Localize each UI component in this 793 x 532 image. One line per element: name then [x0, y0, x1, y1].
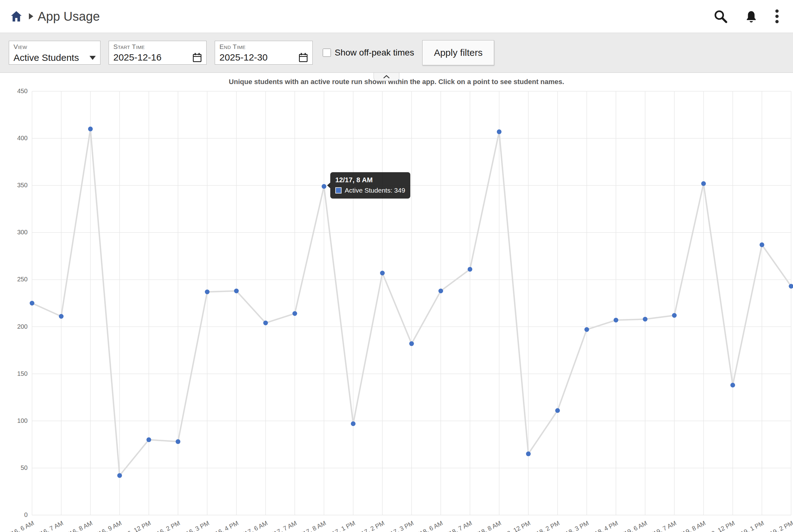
data-point[interactable]: [643, 317, 648, 322]
start-time-value: 2025-12-16: [113, 53, 161, 62]
search-icon[interactable]: [713, 9, 728, 23]
data-point[interactable]: [117, 473, 122, 478]
view-select-value: Active Students: [14, 53, 79, 62]
y-axis-tick-label: 400: [0, 135, 27, 142]
data-point[interactable]: [30, 301, 35, 305]
data-point[interactable]: [88, 127, 93, 131]
data-point[interactable]: [760, 243, 764, 247]
data-point[interactable]: [701, 181, 706, 186]
data-point[interactable]: [176, 439, 181, 444]
top-header: App Usage: [0, 0, 793, 33]
start-time-input[interactable]: Start Time 2025-12-16: [109, 41, 207, 64]
view-select[interactable]: View Active Students: [9, 41, 100, 64]
home-icon[interactable]: [10, 10, 23, 23]
chart-tooltip: 12/17, 8 AM Active Students: 349: [330, 172, 410, 198]
data-point[interactable]: [526, 451, 531, 456]
data-point[interactable]: [147, 437, 151, 442]
y-axis-tick-label: 450: [0, 88, 27, 95]
data-point[interactable]: [380, 271, 385, 276]
data-point[interactable]: [263, 321, 268, 325]
data-point[interactable]: [497, 130, 502, 134]
app-usage-chart: Unique students with an active route run…: [0, 73, 793, 532]
collapse-filters-tab[interactable]: [373, 73, 399, 81]
filter-panel: View Active Students Start Time 2025-12-…: [0, 33, 793, 73]
offpeak-checkbox-label[interactable]: Show off-peak times: [335, 48, 414, 58]
chevron-down-icon: [90, 56, 96, 60]
tooltip-value: Active Students: 349: [345, 187, 405, 194]
data-point[interactable]: [672, 313, 677, 318]
data-point[interactable]: [439, 289, 443, 293]
data-point[interactable]: [731, 383, 735, 387]
y-axis-tick-label: 50: [0, 464, 27, 472]
start-time-label: Start Time: [113, 43, 202, 50]
data-point[interactable]: [59, 314, 64, 319]
breadcrumb-arrow-icon: [28, 13, 33, 19]
calendar-icon[interactable]: [298, 52, 308, 62]
offpeak-checkbox[interactable]: [323, 49, 331, 57]
apply-filters-button[interactable]: Apply filters: [422, 40, 494, 65]
data-point[interactable]: [409, 341, 414, 346]
line-chart-canvas: [0, 73, 793, 532]
data-point[interactable]: [293, 311, 297, 316]
calendar-icon[interactable]: [192, 52, 202, 62]
data-point[interactable]: [351, 421, 356, 426]
notifications-bell-icon[interactable]: [744, 9, 758, 23]
view-select-label: View: [14, 43, 96, 50]
tooltip-series-swatch: [335, 187, 342, 193]
end-time-input[interactable]: End Time 2025-12-30: [215, 41, 313, 64]
kebab-menu-icon[interactable]: [775, 9, 779, 23]
y-axis-tick-label: 0: [0, 511, 27, 518]
data-point[interactable]: [585, 327, 589, 332]
data-point[interactable]: [468, 267, 473, 272]
y-axis-tick-label: 300: [0, 229, 27, 236]
tooltip-title: 12/17, 8 AM: [335, 176, 405, 184]
chevron-up-icon: [383, 75, 390, 79]
y-axis-tick-label: 350: [0, 182, 27, 189]
y-axis-tick-label: 100: [0, 417, 27, 424]
data-point[interactable]: [234, 289, 239, 293]
data-point[interactable]: [614, 318, 619, 322]
end-time-label: End Time: [219, 43, 308, 50]
y-axis-tick-label: 150: [0, 370, 27, 377]
data-point[interactable]: [322, 184, 327, 189]
end-time-value: 2025-12-30: [219, 53, 268, 62]
data-point[interactable]: [555, 408, 560, 413]
y-axis-tick-label: 200: [0, 323, 27, 330]
y-axis-tick-label: 250: [0, 276, 27, 283]
page-title: App Usage: [38, 10, 100, 23]
data-point[interactable]: [205, 289, 210, 294]
